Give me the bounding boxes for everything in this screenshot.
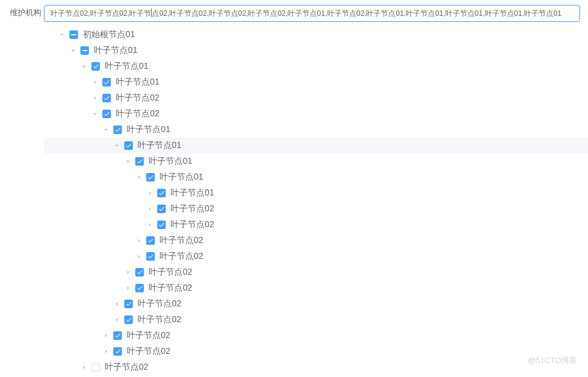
tree-node-label: 叶子节点02 [138, 298, 182, 309]
tree-node-label: 叶子节点01 [116, 77, 160, 88]
tree-node-label: 叶子节点02 [171, 203, 214, 214]
caret-down-icon[interactable] [99, 122, 113, 137]
checkbox[interactable] [124, 141, 133, 150]
tree-node-label: 叶子节点02 [160, 235, 204, 246]
tree-node[interactable]: 叶子节点01 [44, 185, 588, 201]
tree-node-label: 叶子节点01 [127, 124, 171, 135]
tree-node-label: 叶子节点01 [138, 140, 182, 151]
tree-node-label: 叶子节点02 [116, 108, 160, 119]
tree-node-label: 叶子节点02 [149, 267, 193, 278]
checkbox[interactable] [102, 110, 111, 118]
caret-right-icon[interactable] [143, 186, 157, 200]
tree-node[interactable]: 初始根节点01 [44, 27, 588, 43]
tree-node-label: 初始根节点01 [83, 29, 135, 40]
checkbox[interactable] [69, 30, 78, 39]
caret-right-icon[interactable] [132, 249, 146, 264]
checkbox[interactable] [113, 331, 122, 340]
checkbox[interactable] [146, 236, 155, 245]
tree-node[interactable]: 叶子节点01 [44, 74, 588, 90]
caret-right-icon[interactable] [132, 233, 146, 248]
caret-right-icon[interactable] [110, 297, 124, 311]
tree-select-input[interactable]: 叶子节点02,叶子节点02,叶子节点02,叶子节点02,叶子节点02,叶子节点0… [44, 5, 580, 22]
checkbox[interactable] [157, 189, 166, 197]
caret-right-icon[interactable] [110, 312, 124, 327]
tree-node-label: 叶子节点02 [149, 283, 193, 294]
caret-down-icon[interactable] [77, 59, 91, 74]
checkbox[interactable] [146, 252, 155, 261]
tree-container: 初始根节点01叶子节点01叶子节点01叶子节点01叶子节点02叶子节点02叶子节… [44, 27, 588, 375]
caret-right-icon[interactable] [121, 281, 135, 295]
tree-node-label: 叶子节点01 [105, 61, 149, 72]
checkbox[interactable] [157, 220, 166, 229]
tree-node[interactable]: 叶子节点02 [44, 264, 588, 280]
tree-node-label: 叶子节点02 [171, 219, 214, 230]
tree-node[interactable]: 叶子节点02 [44, 233, 588, 248]
tree-node-label: 叶子节点02 [138, 314, 182, 325]
tree-node-label: 叶子节点01 [149, 156, 193, 167]
caret-right-icon[interactable] [99, 328, 113, 343]
tree-node-label: 叶子节点01 [171, 188, 214, 199]
tree-node-label: 叶子节点01 [160, 172, 204, 183]
checkbox[interactable] [113, 347, 122, 356]
caret-right-icon[interactable] [121, 265, 135, 280]
caret-right-icon[interactable] [77, 360, 91, 375]
tree-node[interactable]: 叶子节点02 [44, 312, 588, 328]
checkbox[interactable] [91, 363, 100, 372]
tree-node[interactable]: 叶子节点02 [44, 328, 588, 344]
tree-node-label: 叶子节点02 [127, 330, 171, 341]
checkbox[interactable] [80, 46, 89, 55]
input-value-text: 叶子节点02,叶子节点02,叶子节点02,叶子节点02,叶子节点02,叶子节点0… [51, 9, 562, 19]
caret-right-icon[interactable] [143, 202, 157, 216]
tree-node[interactable]: 叶子节点02 [44, 217, 588, 233]
caret-down-icon[interactable] [121, 154, 135, 169]
tree-node[interactable]: 叶子节点02 [44, 201, 588, 217]
caret-right-icon[interactable] [88, 91, 102, 105]
tree-node[interactable]: 叶子节点01 [44, 153, 588, 169]
caret-right-icon[interactable] [99, 344, 113, 359]
tree-node-label: 叶子节点02 [127, 346, 171, 357]
text-cursor [151, 9, 152, 17]
tree-node-label: 叶子节点01 [94, 45, 138, 56]
checkbox[interactable] [124, 315, 133, 324]
tree-node-label: 叶子节点02 [116, 93, 160, 104]
checkbox[interactable] [146, 173, 155, 181]
checkbox[interactable] [135, 157, 144, 166]
tree-node[interactable]: 叶子节点01 [44, 58, 588, 74]
field-label: 维护机构 [0, 5, 41, 375]
tree-node[interactable]: 叶子节点02 [44, 280, 588, 296]
tree-node[interactable]: 叶子节点02 [44, 359, 588, 375]
tree-node[interactable]: 叶子节点01 [44, 122, 588, 138]
caret-down-icon[interactable] [110, 138, 124, 153]
checkbox[interactable] [135, 284, 144, 292]
caret-down-icon[interactable] [55, 27, 69, 42]
checkbox[interactable] [91, 62, 100, 71]
caret-right-icon[interactable] [143, 217, 157, 232]
checkbox[interactable] [157, 205, 166, 213]
caret-down-icon[interactable] [88, 107, 102, 121]
tree-node[interactable]: 叶子节点02 [44, 344, 588, 359]
checkbox[interactable] [124, 300, 133, 308]
tree-node[interactable]: 叶子节点02 [44, 296, 588, 312]
checkbox[interactable] [102, 94, 111, 102]
caret-right-icon[interactable] [88, 75, 102, 90]
tree-node[interactable]: 叶子节点02 [44, 90, 588, 106]
tree-node-label: 叶子节点02 [105, 362, 149, 373]
tree-node-label: 叶子节点02 [160, 251, 204, 262]
checkbox[interactable] [135, 268, 144, 277]
tree-node[interactable]: 叶子节点01 [44, 138, 588, 153]
caret-down-icon[interactable] [66, 43, 80, 58]
checkbox[interactable] [102, 78, 111, 86]
caret-down-icon[interactable] [132, 170, 146, 185]
tree-node[interactable]: 叶子节点02 [44, 248, 588, 264]
tree-node[interactable]: 叶子节点01 [44, 43, 588, 58]
tree-node[interactable]: 叶子节点02 [44, 106, 588, 122]
checkbox[interactable] [113, 125, 122, 134]
tree-node[interactable]: 叶子节点01 [44, 169, 588, 185]
